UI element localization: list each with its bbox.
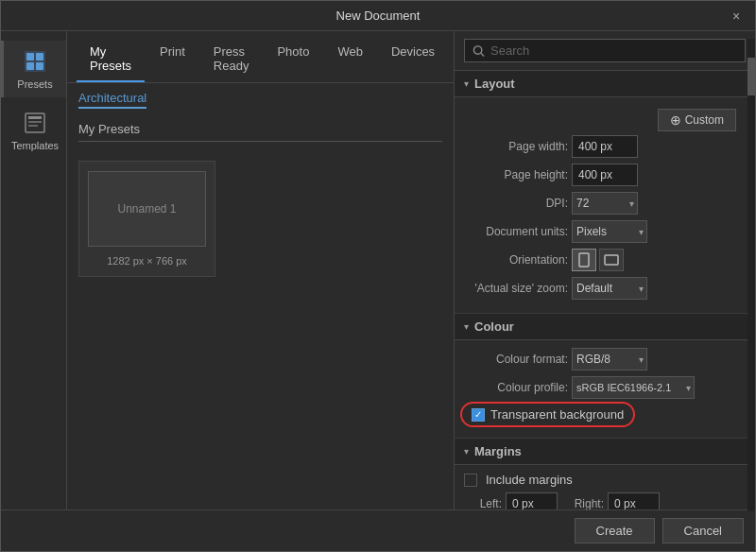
svg-rect-4 [36, 62, 43, 70]
svg-rect-6 [28, 116, 42, 119]
custom-button[interactable]: ⊕ Custom [658, 109, 736, 131]
colour-profile-select[interactable]: sRGB IEC61966-2.1 Adobe RGB [572, 376, 695, 399]
preset-card-unnamed1[interactable]: Unnamed 1 1282 px × 766 px [78, 161, 215, 277]
tab-photo[interactable]: Photo [264, 39, 322, 82]
tab-my-presets[interactable]: My Presets [77, 39, 145, 82]
preset-card-size: 1282 px × 766 px [107, 255, 187, 267]
orientation-landscape-button[interactable] [599, 249, 624, 271]
colour-profile-row: Colour profile: sRGB IEC61966-2.1 Adobe … [464, 376, 746, 399]
title-bar: New Document × [1, 1, 755, 31]
colour-format-row: Colour format: RGB/8 CMYK/8 Greyscale [464, 348, 746, 371]
footer-bar: Create Cancel [1, 509, 755, 551]
sidebar-item-templates[interactable]: Templates [1, 102, 66, 159]
tab-devices[interactable]: Devices [378, 39, 448, 82]
dpi-label: DPI: [464, 197, 568, 210]
colour-format-select-wrap: RGB/8 CMYK/8 Greyscale [572, 348, 647, 371]
layout-section-label: Layout [474, 77, 515, 91]
portrait-icon [577, 252, 591, 267]
search-input[interactable] [490, 43, 737, 58]
sidebar-item-templates-label: Templates [11, 140, 59, 151]
sub-tab-bar: Architectural [67, 83, 454, 114]
doc-units-label: Document units: [464, 225, 568, 238]
zoom-select[interactable]: Default 100% 150% [572, 277, 647, 300]
zoom-label: 'Actual size' zoom: [464, 282, 568, 295]
transparent-bg-container: Transparent background [472, 407, 624, 422]
svg-point-9 [473, 45, 481, 53]
transparent-bg-row: Transparent background [472, 405, 746, 424]
page-width-row: Page width: [464, 135, 746, 158]
orientation-buttons [572, 249, 624, 271]
custom-button-label: Custom [685, 113, 724, 127]
page-height-label: Page height: [464, 168, 568, 181]
sub-tab-architectural[interactable]: Architectural [78, 89, 146, 109]
page-width-label: Page width: [464, 140, 568, 153]
include-margins-label: Include margins [486, 473, 573, 487]
zoom-select-wrap: Default 100% 150% [572, 277, 647, 300]
layout-arrow-icon: ▾ [464, 78, 469, 89]
right-panel: ▾ Layout ⊕ Custom Page width: [455, 31, 755, 509]
tab-print[interactable]: Print [146, 39, 198, 82]
sidebar-item-presets[interactable]: Presets [1, 41, 66, 97]
scrollbar-thumb[interactable] [747, 58, 755, 95]
presets-section-title: My Presets [78, 122, 442, 142]
colour-profile-label: Colour profile: [464, 381, 568, 394]
dialog-title: New Document [336, 9, 421, 23]
dpi-row: DPI: 72 96 150 300 [464, 192, 746, 215]
custom-row: ⊕ Custom [464, 105, 746, 135]
colour-section-header[interactable]: ▾ Colour [455, 314, 755, 340]
svg-rect-2 [36, 53, 43, 60]
doc-units-select[interactable]: Pixels mm cm inches [572, 220, 647, 243]
create-button[interactable]: Create [575, 518, 655, 543]
dpi-select-wrap: 72 96 150 300 [572, 192, 638, 215]
new-document-dialog: New Document × Presets [0, 0, 756, 552]
svg-rect-1 [26, 53, 34, 60]
transparent-bg-checkbox[interactable] [472, 408, 485, 422]
orientation-label: Orientation: [464, 253, 568, 267]
preset-card-thumbnail: Unnamed 1 [88, 171, 206, 247]
search-input-wrap [464, 39, 746, 62]
close-button[interactable]: × [727, 7, 746, 26]
cancel-button[interactable]: Cancel [662, 518, 744, 543]
margins-left-right-row: Left: Right: [464, 492, 746, 509]
main-content: Presets Templates My Presets Print Press… [1, 31, 755, 509]
tab-bar: My Presets Print Press Ready Photo Web D… [67, 31, 454, 83]
colour-section-label: Colour [474, 319, 514, 334]
margins-section-label: Margins [474, 444, 522, 458]
tab-web[interactable]: Web [324, 39, 376, 82]
svg-rect-3 [26, 62, 34, 70]
landscape-icon [604, 253, 619, 267]
preset-card-name-inner: Unnamed 1 [117, 202, 176, 216]
margin-right-input[interactable] [608, 492, 660, 509]
include-margins-row: Include margins [464, 473, 746, 487]
svg-rect-11 [579, 253, 589, 267]
zoom-row: 'Actual size' zoom: Default 100% 150% [464, 277, 746, 300]
presets-grid: Unnamed 1 1282 px × 766 px [67, 157, 454, 281]
svg-rect-12 [605, 255, 618, 265]
transparent-bg-label: Transparent background [490, 407, 624, 422]
layout-section-body: ⊕ Custom Page width: Page height: DPI: [455, 97, 755, 314]
margin-left-input[interactable] [506, 492, 558, 509]
tab-press-ready[interactable]: Press Ready [200, 39, 263, 82]
colour-profile-select-wrap: sRGB IEC61966-2.1 Adobe RGB [572, 376, 695, 399]
page-height-input[interactable] [572, 164, 638, 186]
custom-plus-icon: ⊕ [670, 112, 681, 128]
orientation-portrait-button[interactable] [572, 249, 596, 271]
search-icon [472, 44, 485, 58]
colour-format-select[interactable]: RGB/8 CMYK/8 Greyscale [572, 348, 647, 371]
page-width-input[interactable] [572, 135, 638, 158]
svg-rect-7 [28, 121, 42, 123]
doc-units-row: Document units: Pixels mm cm inches [464, 220, 746, 243]
middle-panel: My Presets Print Press Ready Photo Web D… [67, 31, 455, 509]
scrollbar-track[interactable] [747, 39, 755, 509]
margin-right-label: Right: [561, 497, 604, 509]
margins-section-body: Include margins Left: Right: Top: Bottom… [455, 465, 755, 509]
presets-section: My Presets [67, 114, 454, 157]
colour-format-label: Colour format: [464, 353, 568, 366]
sidebar-item-presets-label: Presets [17, 78, 52, 90]
layout-section-header[interactable]: ▾ Layout [455, 71, 755, 97]
dpi-select[interactable]: 72 96 150 300 [572, 192, 638, 215]
icon-sidebar: Presets Templates [1, 31, 67, 509]
margins-section-header[interactable]: ▾ Margins [455, 439, 755, 465]
include-margins-checkbox[interactable] [464, 474, 477, 487]
margin-left-label: Left: [464, 497, 502, 509]
